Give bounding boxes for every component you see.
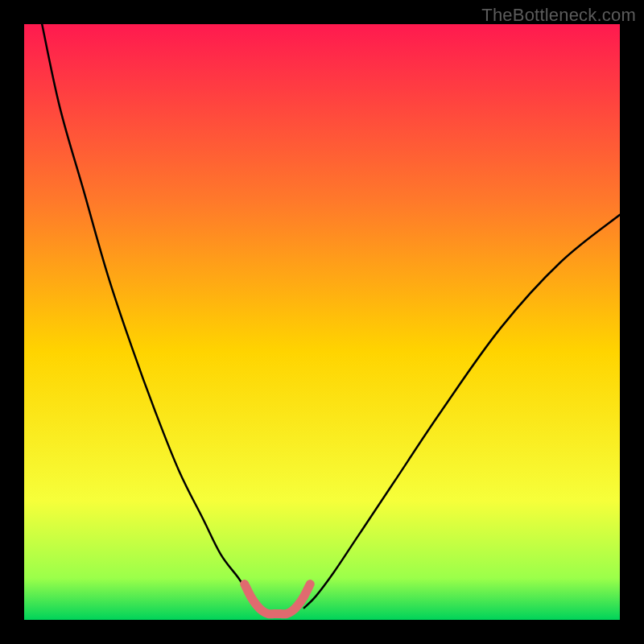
chart-stage: TheBottleneck.com	[0, 0, 644, 644]
watermark-label: TheBottleneck.com	[481, 5, 636, 26]
plot-area	[24, 24, 620, 620]
chart-svg	[0, 0, 644, 644]
